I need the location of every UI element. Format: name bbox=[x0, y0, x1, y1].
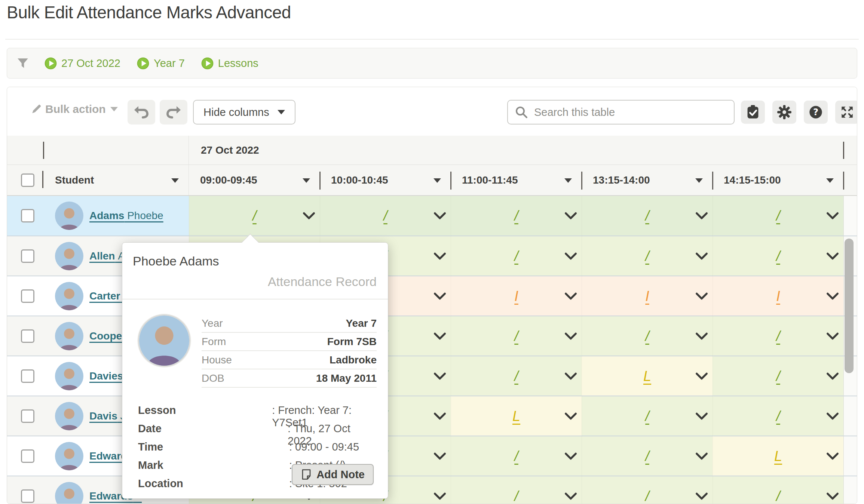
hide-columns-label: Hide columns bbox=[203, 106, 269, 119]
settings-button[interactable] bbox=[772, 101, 796, 124]
mark-dropdown-chevron-icon[interactable] bbox=[433, 412, 446, 420]
mark-dropdown-chevron-icon[interactable] bbox=[826, 412, 839, 420]
mark-dropdown-chevron-icon[interactable] bbox=[826, 252, 839, 260]
mark-dropdown-chevron-icon[interactable] bbox=[695, 252, 708, 260]
bulk-action-button[interactable]: Bulk action bbox=[31, 103, 118, 116]
search-input[interactable] bbox=[534, 106, 727, 119]
row-checkbox[interactable] bbox=[21, 249, 34, 263]
attendance-mark-link[interactable]: / bbox=[776, 489, 780, 503]
mark-dropdown-chevron-icon[interactable] bbox=[564, 492, 577, 500]
attendance-mark-link[interactable]: / bbox=[776, 369, 780, 383]
table-toolbar: Bulk action Hide columns bbox=[7, 87, 857, 136]
fullscreen-button[interactable] bbox=[835, 101, 857, 124]
mark-dropdown-chevron-icon[interactable] bbox=[564, 332, 577, 340]
mark-dropdown-chevron-icon[interactable] bbox=[695, 212, 708, 219]
student-name-link[interactable]: Adams Phoebe bbox=[89, 210, 163, 222]
mark-dropdown-chevron-icon[interactable] bbox=[564, 372, 577, 380]
attendance-mark-link[interactable]: / bbox=[514, 489, 518, 503]
mark-dropdown-chevron-icon[interactable] bbox=[826, 452, 839, 460]
hide-columns-button[interactable]: Hide columns bbox=[193, 100, 295, 125]
mark-dropdown-chevron-icon[interactable] bbox=[433, 492, 446, 500]
attendance-mark-link[interactable]: / bbox=[776, 329, 780, 343]
time-column-header[interactable]: 14:15-15:00 bbox=[713, 165, 843, 195]
mark-dropdown-chevron-icon[interactable] bbox=[433, 252, 446, 260]
time-column-header[interactable]: 13:15-14:00 bbox=[582, 165, 713, 195]
attendance-mark-link[interactable]: / bbox=[645, 409, 649, 423]
mark-dropdown-chevron-icon[interactable] bbox=[433, 212, 446, 219]
undo-button[interactable] bbox=[128, 100, 155, 125]
attendance-mark-link[interactable]: / bbox=[514, 329, 518, 343]
mark-dropdown-chevron-icon[interactable] bbox=[564, 252, 577, 260]
mark-dropdown-chevron-icon[interactable] bbox=[564, 292, 577, 300]
mark-dropdown-chevron-icon[interactable] bbox=[826, 292, 839, 300]
row-checkbox[interactable] bbox=[21, 409, 34, 423]
attendance-mark-link[interactable]: / bbox=[383, 209, 387, 223]
mark-dropdown-chevron-icon[interactable] bbox=[433, 372, 446, 380]
attendance-mark-link[interactable]: I bbox=[514, 289, 518, 303]
student-photo bbox=[55, 242, 83, 270]
attendance-mark-link[interactable]: / bbox=[645, 329, 649, 343]
mark-dropdown-chevron-icon[interactable] bbox=[564, 412, 577, 420]
attendance-mark-link[interactable]: L bbox=[774, 449, 782, 463]
attendance-mark-link[interactable]: I bbox=[645, 289, 649, 303]
time-column-header[interactable]: 09:00-09:45 bbox=[189, 165, 320, 195]
filter-chip[interactable]: Lessons bbox=[201, 57, 258, 70]
student-surname: Davis bbox=[89, 410, 117, 422]
mark-dropdown-chevron-icon[interactable] bbox=[695, 492, 708, 500]
mark-dropdown-chevron-icon[interactable] bbox=[564, 452, 577, 460]
row-checkbox-cell bbox=[7, 356, 48, 396]
redo-button[interactable] bbox=[160, 100, 187, 125]
header-checkbox-cell bbox=[7, 165, 48, 195]
mark-dropdown-chevron-icon[interactable] bbox=[695, 412, 708, 420]
time-column-header[interactable]: 11:00-11:45 bbox=[451, 165, 582, 195]
mark-dropdown-chevron-icon[interactable] bbox=[695, 452, 708, 460]
attendance-mark-link[interactable]: / bbox=[514, 209, 518, 223]
attendance-mark-link[interactable]: / bbox=[776, 249, 780, 263]
attendance-mark-link[interactable]: / bbox=[514, 249, 518, 263]
mark-dropdown-chevron-icon[interactable] bbox=[826, 332, 839, 340]
mark-dropdown-chevron-icon[interactable] bbox=[695, 372, 708, 380]
attendance-mark-link[interactable]: L bbox=[643, 369, 651, 383]
attendance-mark-link[interactable]: / bbox=[776, 409, 780, 423]
row-checkbox[interactable] bbox=[21, 329, 34, 343]
filter-chip[interactable]: Year 7 bbox=[137, 57, 185, 70]
mark-dropdown-chevron-icon[interactable] bbox=[826, 492, 839, 500]
attendance-mark-link[interactable]: I bbox=[776, 289, 780, 303]
add-note-button[interactable]: Add Note bbox=[292, 464, 374, 485]
mark-dropdown-chevron-icon[interactable] bbox=[433, 452, 446, 460]
row-checkbox[interactable] bbox=[21, 449, 34, 463]
row-checkbox[interactable] bbox=[21, 209, 34, 222]
mark-dropdown-chevron-icon[interactable] bbox=[433, 332, 446, 340]
row-checkbox[interactable] bbox=[21, 289, 34, 303]
bulk-select-button[interactable] bbox=[741, 101, 765, 124]
attendance-mark-link[interactable]: / bbox=[252, 209, 257, 223]
popover-divider bbox=[122, 299, 388, 299]
attendance-mark-link[interactable]: / bbox=[514, 369, 518, 383]
attendance-mark-cell: / bbox=[713, 236, 843, 276]
mark-dropdown-chevron-icon[interactable] bbox=[564, 212, 577, 219]
student-column-header[interactable]: Student bbox=[48, 165, 189, 195]
student-photo bbox=[55, 322, 83, 350]
mark-dropdown-chevron-icon[interactable] bbox=[826, 212, 839, 219]
popover-lesson-row: Date: Thu, 27 Oct 2022 bbox=[138, 422, 377, 441]
help-button[interactable]: ? bbox=[804, 101, 828, 124]
vertical-scrollbar-thumb[interactable] bbox=[845, 239, 854, 373]
attendance-mark-link[interactable]: / bbox=[645, 489, 649, 503]
attendance-mark-link[interactable]: / bbox=[514, 449, 518, 463]
table-group-header-row: 27 Oct 2022 bbox=[7, 136, 857, 165]
filter-chip[interactable]: 27 Oct 2022 bbox=[45, 57, 120, 70]
attendance-mark-link[interactable]: / bbox=[645, 209, 649, 223]
mark-dropdown-chevron-icon[interactable] bbox=[433, 292, 446, 300]
attendance-mark-link[interactable]: L bbox=[512, 409, 520, 423]
mark-dropdown-chevron-icon[interactable] bbox=[826, 372, 839, 380]
mark-dropdown-chevron-icon[interactable] bbox=[695, 292, 708, 300]
select-all-checkbox[interactable] bbox=[21, 173, 34, 187]
row-checkbox[interactable] bbox=[21, 369, 34, 383]
mark-dropdown-chevron-icon[interactable] bbox=[695, 332, 708, 340]
attendance-mark-link[interactable]: / bbox=[645, 249, 649, 263]
attendance-mark-link[interactable]: / bbox=[776, 209, 780, 223]
row-checkbox[interactable] bbox=[21, 489, 34, 503]
attendance-mark-link[interactable]: / bbox=[645, 449, 649, 463]
mark-dropdown-chevron-icon[interactable] bbox=[303, 212, 315, 219]
time-column-header[interactable]: 10:00-10:45 bbox=[320, 165, 451, 195]
